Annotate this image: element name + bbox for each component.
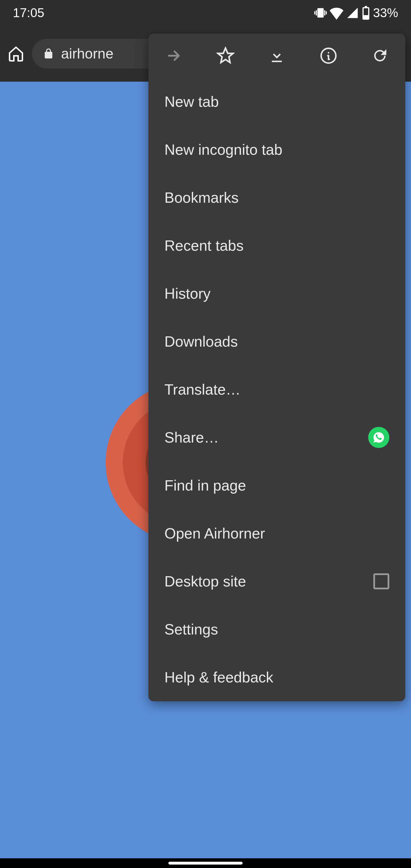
menu-label: Find in page xyxy=(164,477,246,494)
menu-label: Help & feedback xyxy=(164,669,274,686)
menu-downloads[interactable]: Downloads xyxy=(149,317,405,366)
status-right: 33% xyxy=(314,6,398,20)
desktop-site-checkbox[interactable] xyxy=(373,574,389,589)
menu-new-tab[interactable]: New tab xyxy=(149,78,405,126)
vibrate-icon xyxy=(314,6,327,19)
menu-share[interactable]: Share… xyxy=(149,413,405,461)
menu-label: Settings xyxy=(164,621,218,638)
download-button[interactable] xyxy=(264,43,289,68)
menu-open-airhorner[interactable]: Open Airhorner xyxy=(149,509,405,557)
lock-icon xyxy=(43,48,54,59)
url-text: airhorne xyxy=(61,45,113,62)
menu-label: New tab xyxy=(164,93,219,110)
whatsapp-icon xyxy=(368,427,389,448)
menu-desktop-site[interactable]: Desktop site xyxy=(149,557,405,605)
wifi-icon xyxy=(330,6,343,20)
reload-button[interactable] xyxy=(368,43,392,68)
menu-settings[interactable]: Settings xyxy=(149,605,405,653)
menu-bookmarks[interactable]: Bookmarks xyxy=(149,174,405,222)
menu-label: Share… xyxy=(164,429,219,446)
menu-recent-tabs[interactable]: Recent tabs xyxy=(149,222,405,270)
menu-help-feedback[interactable]: Help & feedback xyxy=(149,653,405,701)
nav-pill[interactable] xyxy=(168,862,243,865)
forward-button[interactable] xyxy=(162,43,186,68)
overflow-menu: New tab New incognito tab Bookmarks Rece… xyxy=(149,34,405,701)
menu-label: History xyxy=(164,285,211,302)
android-nav-bar xyxy=(0,858,411,868)
bookmark-button[interactable] xyxy=(213,43,238,68)
menu-label: Desktop site xyxy=(164,573,246,590)
menu-new-incognito-tab[interactable]: New incognito tab xyxy=(149,126,405,174)
menu-label: Open Airhorner xyxy=(164,525,265,542)
menu-translate[interactable]: Translate… xyxy=(149,366,405,413)
info-button[interactable] xyxy=(316,43,341,68)
menu-label: Bookmarks xyxy=(164,189,239,206)
menu-label: Downloads xyxy=(164,333,238,350)
battery-icon xyxy=(361,6,370,20)
status-bar: 17:05 33% xyxy=(0,0,411,26)
menu-find-in-page[interactable]: Find in page xyxy=(149,461,405,509)
status-time: 17:05 xyxy=(13,6,44,20)
menu-label: New incognito tab xyxy=(164,141,282,158)
signal-icon xyxy=(346,6,359,19)
menu-history[interactable]: History xyxy=(149,270,405,317)
home-button[interactable] xyxy=(6,43,26,64)
battery-percent: 33% xyxy=(373,6,398,20)
menu-label: Recent tabs xyxy=(164,237,244,254)
menu-label: Translate… xyxy=(164,381,241,398)
